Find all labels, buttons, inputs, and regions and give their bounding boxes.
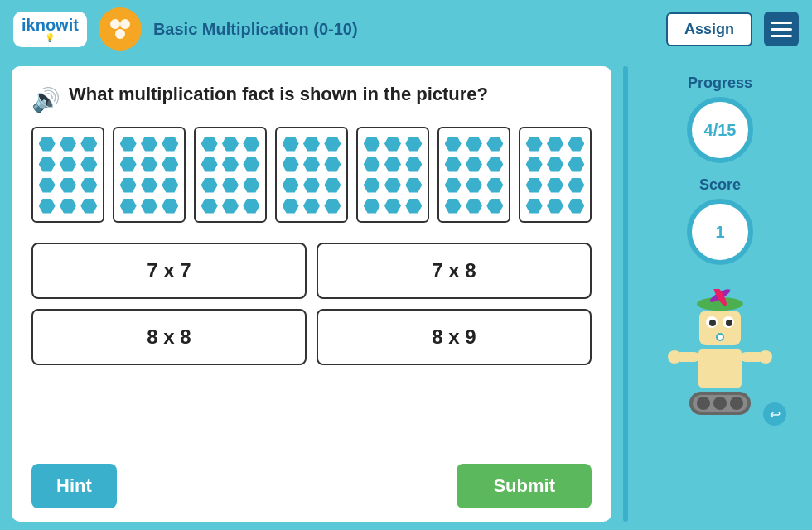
multiplication-card	[194, 127, 267, 223]
hex-dot	[60, 199, 76, 214]
multiplication-card	[437, 127, 510, 223]
hex-dot	[364, 199, 380, 214]
hex-dot	[243, 199, 259, 214]
hex-dot	[162, 178, 178, 193]
hex-dot	[201, 137, 218, 152]
hex-dot	[201, 199, 218, 214]
hex-dot	[568, 137, 584, 152]
hex-dot	[162, 199, 178, 214]
hex-dot	[526, 199, 543, 214]
cards-row	[31, 127, 592, 223]
menu-button[interactable]	[764, 12, 799, 46]
hex-dot	[141, 137, 157, 152]
score-section: Score 1	[687, 176, 753, 265]
hex-dot	[303, 137, 320, 152]
activity-title: Basic Multiplication (0-10)	[153, 20, 655, 39]
hex-dot	[384, 157, 401, 172]
hex-dot	[303, 178, 320, 193]
progress-circle: 4/15	[687, 97, 753, 163]
hex-dot	[222, 137, 239, 152]
score-label: Score	[699, 176, 741, 194]
hex-dot	[60, 137, 76, 152]
sound-icon[interactable]: 🔊	[31, 86, 60, 113]
hex-dot	[445, 199, 462, 214]
hex-dot	[526, 178, 543, 193]
hex-dot	[466, 157, 482, 172]
hex-dot	[466, 178, 482, 193]
logo-bulb: 💡	[45, 33, 55, 42]
progress-section: Progress 4/15	[687, 75, 753, 163]
hint-button[interactable]: Hint	[31, 464, 117, 508]
multiplication-card	[275, 127, 348, 223]
submit-button[interactable]: Submit	[457, 464, 592, 508]
hex-dot	[120, 157, 137, 172]
hex-dot	[303, 199, 320, 214]
question-area: 🔊 What multiplication fact is shown in t…	[31, 83, 592, 113]
main-content: 🔊 What multiplication fact is shown in t…	[0, 58, 812, 530]
bottom-bar: Hint Submit	[31, 464, 592, 508]
svg-point-18	[759, 350, 772, 364]
hex-dot	[243, 178, 259, 193]
svg-point-1	[120, 19, 130, 29]
hex-dot	[405, 157, 422, 172]
hex-dot	[120, 199, 137, 214]
hex-dot	[283, 157, 299, 172]
hex-dot	[526, 157, 543, 172]
hex-dot	[80, 178, 97, 193]
hex-dot	[60, 178, 76, 193]
hex-dot	[201, 157, 218, 172]
left-panel: 🔊 What multiplication fact is shown in t…	[12, 66, 611, 522]
hex-dot	[162, 137, 178, 152]
hex-dot	[324, 178, 341, 193]
hex-dot	[120, 137, 137, 152]
right-panel: Progress 4/15 Score 1	[640, 66, 800, 522]
svg-point-11	[726, 320, 732, 326]
hex-dot	[568, 157, 584, 172]
answer-option-1[interactable]: 7 x 8	[317, 243, 592, 299]
assign-button[interactable]: Assign	[666, 12, 752, 46]
question-text: What multiplication fact is shown in the…	[69, 83, 488, 107]
answer-option-3[interactable]: 8 x 9	[317, 309, 592, 365]
hex-dot	[364, 157, 380, 172]
nav-back-button[interactable]: ↩	[763, 402, 786, 426]
logo: iknowit 💡	[13, 12, 87, 47]
multiplication-card	[519, 127, 592, 223]
hex-dot	[39, 178, 56, 193]
svg-point-21	[697, 397, 710, 410]
multiplication-card	[31, 127, 104, 223]
hex-dot	[445, 137, 462, 152]
svg-point-22	[713, 397, 727, 410]
hex-dot	[526, 137, 543, 152]
hex-dot	[60, 157, 76, 172]
logo-text: iknowit	[22, 17, 79, 33]
svg-point-13	[718, 335, 723, 340]
hex-dot	[445, 178, 462, 193]
hex-dot	[201, 178, 218, 193]
answer-option-2[interactable]: 8 x 8	[31, 309, 307, 365]
hex-dot	[547, 157, 563, 172]
robot-area: ↩	[654, 285, 786, 426]
hex-dot	[141, 199, 157, 214]
hex-dot	[568, 199, 584, 214]
hex-dot	[384, 178, 401, 193]
hex-dot	[547, 178, 563, 193]
hex-dot	[80, 157, 97, 172]
menu-icon	[771, 35, 792, 37]
hex-dot	[141, 178, 157, 193]
hex-dot	[445, 157, 462, 172]
hex-dot	[384, 137, 401, 152]
hex-dot	[466, 137, 482, 152]
hex-dot	[222, 178, 239, 193]
hex-dot	[162, 157, 178, 172]
progress-value: 4/15	[704, 121, 737, 140]
hex-dot	[486, 157, 503, 172]
hex-dot	[405, 137, 422, 152]
header: iknowit 💡 Basic Multiplication (0-10) As…	[0, 0, 812, 58]
answer-option-0[interactable]: 7 x 7	[31, 243, 307, 299]
hex-dot	[141, 157, 157, 172]
menu-icon	[771, 22, 792, 24]
hex-dot	[405, 199, 422, 214]
hex-dot	[486, 199, 503, 214]
progress-label: Progress	[688, 75, 752, 92]
score-circle: 1	[687, 199, 753, 265]
